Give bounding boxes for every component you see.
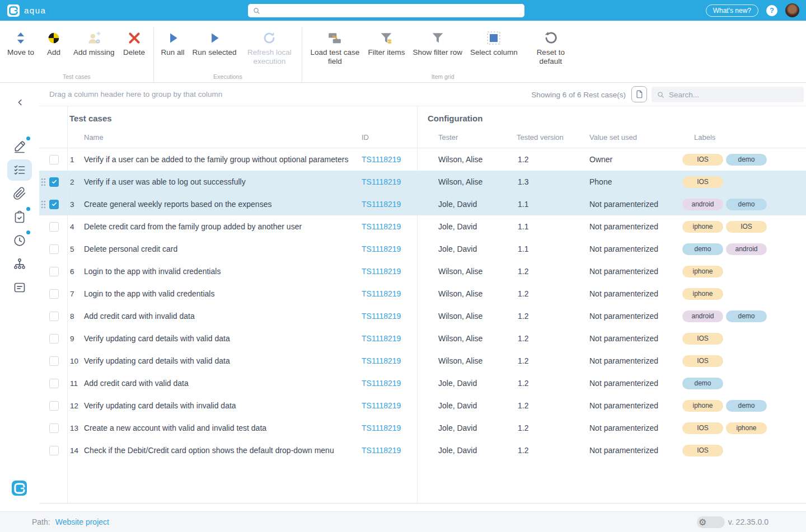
row-checkbox[interactable] <box>49 244 59 254</box>
group-header-test-cases: Test cases <box>69 114 112 123</box>
row-checkbox[interactable] <box>49 423 59 433</box>
sidebar-collapse-button[interactable] <box>15 97 25 107</box>
row-checkbox[interactable] <box>49 446 59 455</box>
table-row[interactable]: 4Delete credit card from the family grou… <box>39 215 806 238</box>
test-case-id-link[interactable]: TS1118219 <box>358 423 401 432</box>
sidebar-item-checklist[interactable] <box>7 159 32 181</box>
row-checkbox[interactable] <box>49 356 59 366</box>
table-row[interactable]: 13Create a new account with valid and in… <box>39 417 806 439</box>
topbar-actions: What's new? ? <box>706 0 799 21</box>
label-pill: iphone <box>682 266 723 277</box>
row-checkbox[interactable] <box>49 334 59 343</box>
global-search-input[interactable] <box>264 7 520 15</box>
tested-version: 1.2 <box>512 312 585 321</box>
load-test-case-field-button[interactable]: Load test case field <box>306 27 364 69</box>
column-header-labels[interactable]: Labels <box>680 133 806 142</box>
tester-name: Wilson, Alise <box>417 177 512 186</box>
user-avatar[interactable] <box>785 3 799 17</box>
group-by-drop-zone[interactable]: Drag a column header here to group by th… <box>49 90 222 98</box>
row-checkbox[interactable] <box>49 200 59 209</box>
value-set-used: Not paramenterized <box>585 200 680 209</box>
label-pill: IOS <box>682 176 723 188</box>
label-pill: IOS <box>682 333 723 345</box>
notification-dot <box>26 230 30 234</box>
brand-name: aqua <box>24 6 46 15</box>
test-case-id-link[interactable]: TS1118219 <box>358 312 401 321</box>
value-set-used: Not paramenterized <box>585 267 680 276</box>
test-case-id-link[interactable]: TS1118219 <box>358 244 401 253</box>
show-filter-row-button[interactable]: Show filter row <box>409 27 466 59</box>
sidebar-item-hierarchy[interactable] <box>7 253 32 275</box>
run-all-button[interactable]: Run all <box>157 27 189 59</box>
move-to-icon <box>13 30 28 46</box>
table-row[interactable]: 8Add credit card with invalid dataTS1118… <box>39 305 806 327</box>
column-header-value-set-used[interactable]: Value set used <box>585 133 680 142</box>
run-selected-button[interactable]: Run selected <box>189 27 241 59</box>
sidebar-item-edit[interactable] <box>7 136 32 157</box>
tester-name: Jole, David <box>417 200 512 209</box>
delete-button[interactable]: Delete <box>119 27 150 59</box>
whats-new-button[interactable]: What's new? <box>706 4 758 17</box>
label-pill: iphone <box>726 422 767 434</box>
table-row[interactable]: 2Verify if a user was able to log out su… <box>39 171 806 193</box>
row-checkbox[interactable] <box>49 267 59 276</box>
filter-items-button[interactable]: Filter items <box>364 27 409 59</box>
refresh-local-execution-icon <box>262 30 277 46</box>
help-button[interactable]: ? <box>766 5 777 16</box>
button-label: Add missing <box>73 48 115 57</box>
column-header-tester[interactable]: Tester <box>417 133 512 142</box>
table-row[interactable]: 7Login to the app with valid credentials… <box>39 283 806 305</box>
button-label: Select column <box>470 48 518 57</box>
table-row[interactable]: 5Delete personal credit cardTS1118219Jol… <box>39 238 806 260</box>
row-checkbox[interactable] <box>49 289 59 299</box>
show-filter-row-icon <box>430 30 445 46</box>
test-case-id-link[interactable]: TS1118219 <box>358 222 401 231</box>
reset-to-default-button[interactable]: Reset to default <box>522 27 580 69</box>
run-all-icon <box>166 30 180 46</box>
drag-handle[interactable] <box>39 178 47 186</box>
value-set-used: Not paramenterized <box>585 423 680 432</box>
test-case-id-link[interactable]: TS1118219 <box>358 155 401 164</box>
drag-handle[interactable] <box>39 200 47 209</box>
test-case-id-link[interactable]: TS1118219 <box>358 356 401 365</box>
note-icon <box>13 281 26 294</box>
table-row[interactable]: 3Create general weekly reports based on … <box>39 193 806 215</box>
test-case-id-link[interactable]: TS1118219 <box>358 401 401 410</box>
grid-search-input[interactable] <box>669 91 799 99</box>
table-row[interactable]: 1Verify if a user can be added to the fa… <box>39 148 806 171</box>
column-header-tested-version[interactable]: Tested version <box>512 133 585 142</box>
table-row[interactable]: 14Check if the Debit/Credit card option … <box>39 439 806 462</box>
sidebar-item-paperclip[interactable] <box>7 183 32 204</box>
select-column-button[interactable]: Select column <box>466 27 522 59</box>
test-case-id-link[interactable]: TS1118219 <box>358 267 401 276</box>
copy-page-button[interactable] <box>631 86 647 102</box>
row-number: 9 <box>67 335 81 343</box>
sidebar-item-clock[interactable] <box>7 230 32 251</box>
table-row[interactable]: 9Verify updating card details with valid… <box>39 327 806 350</box>
test-case-id-link[interactable]: TS1118219 <box>358 446 401 455</box>
test-case-id-link[interactable]: TS1118219 <box>358 379 401 388</box>
row-checkbox[interactable] <box>49 222 59 232</box>
test-case-id-link[interactable]: TS1118219 <box>358 177 401 186</box>
row-checkbox[interactable] <box>49 401 59 411</box>
row-checkbox[interactable] <box>49 379 59 388</box>
table-row[interactable]: 11Add credit card with valid dataTS11182… <box>39 372 806 394</box>
row-checkbox[interactable] <box>49 312 59 321</box>
test-case-id-link[interactable]: TS1118219 <box>358 200 401 209</box>
test-case-id-link[interactable]: TS1118219 <box>358 334 401 343</box>
add-button[interactable]: Add <box>38 27 69 59</box>
table-row[interactable]: 12Verify updating card details with inva… <box>39 394 806 417</box>
row-checkbox[interactable] <box>49 177 59 187</box>
add-missing-button[interactable]: Add missing <box>69 27 119 59</box>
project-link[interactable]: Website project <box>55 517 109 526</box>
column-header-name[interactable]: Name <box>81 133 358 142</box>
sidebar-item-clipboard-check[interactable] <box>7 206 32 228</box>
sidebar-item-note[interactable] <box>7 277 32 298</box>
move-to-button[interactable]: Move to <box>3 27 38 59</box>
row-checkbox[interactable] <box>49 155 59 164</box>
settings-toggle[interactable]: ⚙ <box>697 516 725 528</box>
table-row[interactable]: 10Verify updating card details with vali… <box>39 350 806 372</box>
table-row[interactable]: 6Login to the app with invalid credentia… <box>39 260 806 283</box>
test-case-id-link[interactable]: TS1118219 <box>358 289 401 298</box>
column-header-id[interactable]: ID <box>358 133 417 142</box>
